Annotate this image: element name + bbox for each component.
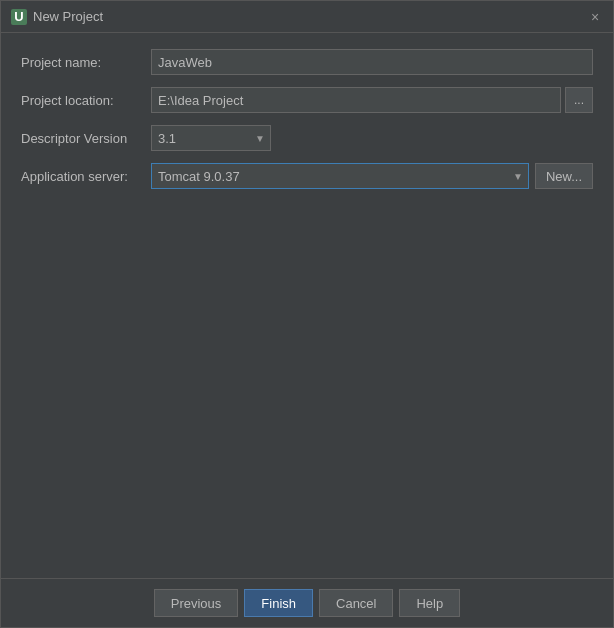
title-bar: U New Project × bbox=[1, 1, 613, 33]
application-server-select[interactable]: Tomcat 9.0.37 bbox=[151, 163, 529, 189]
application-server-label: Application server: bbox=[21, 169, 151, 184]
project-name-input[interactable] bbox=[151, 49, 593, 75]
project-location-input[interactable] bbox=[151, 87, 561, 113]
descriptor-version-select-wrapper: 3.1 3.0 2.5 2.4 ▼ bbox=[151, 125, 271, 151]
finish-button[interactable]: Finish bbox=[244, 589, 313, 617]
descriptor-version-row: Descriptor Version 3.1 3.0 2.5 2.4 ▼ bbox=[21, 125, 593, 151]
dialog-content: Project name: Project location: ... Desc… bbox=[1, 33, 613, 578]
new-project-dialog: U New Project × Project name: Project lo… bbox=[0, 0, 614, 628]
app-icon: U bbox=[11, 9, 27, 25]
help-button[interactable]: Help bbox=[399, 589, 460, 617]
project-name-row: Project name: bbox=[21, 49, 593, 75]
project-location-label: Project location: bbox=[21, 93, 151, 108]
dialog-title: New Project bbox=[33, 9, 103, 24]
project-location-field-group: ... bbox=[151, 87, 593, 113]
application-server-row: Application server: Tomcat 9.0.37 ▼ New.… bbox=[21, 163, 593, 189]
browse-button[interactable]: ... bbox=[565, 87, 593, 113]
application-server-select-wrapper: Tomcat 9.0.37 ▼ bbox=[151, 163, 529, 189]
project-location-row: Project location: ... bbox=[21, 87, 593, 113]
cancel-button[interactable]: Cancel bbox=[319, 589, 393, 617]
new-server-button[interactable]: New... bbox=[535, 163, 593, 189]
descriptor-version-label: Descriptor Version bbox=[21, 131, 151, 146]
title-bar-left: U New Project bbox=[11, 9, 103, 25]
descriptor-version-select[interactable]: 3.1 3.0 2.5 2.4 bbox=[151, 125, 271, 151]
project-name-label: Project name: bbox=[21, 55, 151, 70]
previous-button[interactable]: Previous bbox=[154, 589, 239, 617]
close-button[interactable]: × bbox=[587, 9, 603, 25]
button-bar: Previous Finish Cancel Help bbox=[1, 578, 613, 627]
